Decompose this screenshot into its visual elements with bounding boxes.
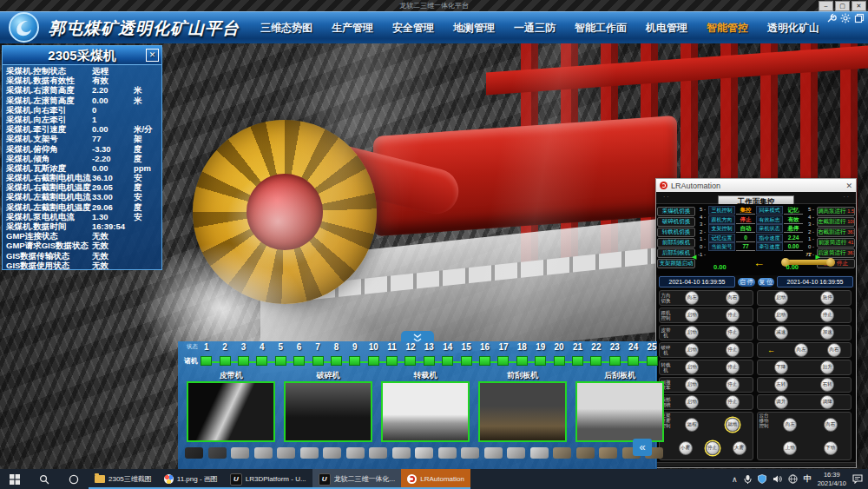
round-button-下动[interactable]: 下动	[824, 441, 838, 455]
lr-left-button[interactable]: 后部刮板机	[657, 248, 695, 258]
support-status-square[interactable]	[331, 356, 342, 366]
strip-thumbnail[interactable]	[231, 447, 249, 459]
reset-button[interactable]: 复 位	[758, 278, 775, 287]
support-status-square[interactable]	[461, 356, 472, 366]
strip-thumbnail[interactable]	[530, 447, 549, 459]
nav-item-一通三防[interactable]: 一通三防	[514, 21, 556, 36]
camera-thumbnail-转载机[interactable]	[381, 381, 470, 442]
more-chevron-icon[interactable]: «	[633, 439, 652, 456]
restore-icon[interactable]	[854, 13, 865, 23]
support-status-square[interactable]	[535, 356, 546, 366]
round-button-调升[interactable]: 调升	[774, 395, 788, 409]
support-status-square[interactable]	[609, 356, 621, 366]
round-button-启动[interactable]: 启动	[685, 343, 699, 357]
round-button-停止[interactable]: 停止	[726, 395, 740, 409]
support-status-square[interactable]	[590, 356, 602, 366]
round-button-停止[interactable]: 停止	[820, 308, 834, 322]
round-button-停止[interactable]: 停止	[726, 360, 740, 374]
round-button-上动[interactable]: 上动	[783, 441, 797, 455]
panel-close-icon[interactable]: ✕	[146, 49, 159, 62]
lr-close-icon[interactable]: ✕	[845, 182, 852, 190]
round-button-停止[interactable]: 停止	[726, 326, 740, 340]
nav-item-智能管控[interactable]: 智能管控	[707, 21, 748, 36]
strip-thumbnail[interactable]	[254, 447, 273, 459]
ime-indicator[interactable]: 中	[804, 473, 812, 485]
wrench-icon[interactable]	[826, 13, 837, 23]
close-button[interactable]: ✕	[852, 1, 866, 11]
support-status-square[interactable]	[628, 356, 639, 366]
round-button-右转[interactable]: 右转	[820, 378, 834, 392]
round-button-停止[interactable]: 停止	[726, 343, 740, 357]
lr-right-button[interactable]: 右截割运行 361	[817, 228, 855, 237]
support-status-square[interactable]	[442, 356, 453, 366]
strip-thumbnail[interactable]	[599, 447, 617, 459]
network-globe-icon[interactable]	[788, 474, 798, 484]
round-button-启动[interactable]: 启动	[685, 395, 699, 409]
strip-thumbnail[interactable]	[346, 447, 365, 459]
taskbar-app[interactable]: ULR3DPlatform - U...	[224, 469, 312, 489]
support-status-square[interactable]	[554, 356, 565, 366]
strip-thumbnail[interactable]	[553, 447, 571, 459]
start-stop-button[interactable]: 启 停	[738, 278, 755, 287]
nav-item-三维态势图[interactable]: 三维态势图	[260, 21, 312, 36]
round-button-向右[interactable]: 向右	[824, 418, 838, 432]
thumbnail-strip[interactable]	[185, 447, 663, 459]
usb-icon[interactable]	[744, 474, 752, 484]
strip-thumbnail[interactable]	[507, 447, 525, 459]
lr-left-button[interactable]: 支架跟随启动	[657, 259, 695, 268]
round-button-小雾[interactable]: 小雾	[679, 441, 693, 455]
round-button-下降[interactable]: 下降	[774, 360, 788, 374]
support-status-square[interactable]	[293, 356, 305, 366]
round-button-向左[interactable]: 向左	[783, 418, 797, 432]
strip-thumbnail[interactable]	[277, 447, 295, 459]
nav-item-地测管理[interactable]: 地测管理	[453, 21, 495, 36]
strip-thumbnail[interactable]	[185, 447, 203, 459]
shield-icon[interactable]	[758, 474, 766, 484]
round-button-向左[interactable]: 向左	[794, 343, 808, 357]
support-status-square[interactable]	[404, 356, 416, 366]
minimize-button[interactable]: –	[819, 1, 833, 11]
taskbar-app[interactable]: LRAutomation	[401, 469, 470, 489]
round-button-停止[interactable]: 停止	[706, 441, 720, 455]
support-status-square[interactable]	[368, 356, 379, 366]
round-button-加速[interactable]: 加速	[820, 326, 834, 340]
lr-left-button[interactable]: 前部刮板机	[657, 238, 695, 248]
support-status-square[interactable]	[424, 356, 435, 366]
round-button-启动[interactable]: 启动	[685, 308, 699, 322]
strip-thumbnail[interactable]	[300, 447, 319, 459]
round-button-停止[interactable]: 停止	[726, 378, 740, 392]
strip-thumbnail[interactable]	[369, 447, 387, 459]
support-status-square[interactable]	[238, 356, 249, 366]
round-button-启动[interactable]: 启动	[685, 326, 699, 340]
strip-thumbnail[interactable]	[208, 447, 227, 459]
round-button-启动[interactable]: 启动	[685, 360, 699, 374]
round-button-启动[interactable]: 启动	[774, 308, 788, 322]
lr-left-button[interactable]: 采煤机切换	[657, 207, 695, 216]
lr-left-button[interactable]: 破碎机切换	[657, 217, 695, 227]
support-status-square[interactable]	[386, 356, 398, 366]
support-status-square[interactable]	[256, 356, 267, 366]
camera-thumbnail-后刮板机[interactable]	[575, 381, 664, 442]
volume-icon[interactable]	[773, 474, 782, 484]
support-status-square[interactable]	[312, 356, 324, 366]
round-button-向右[interactable]: 向右	[726, 291, 740, 305]
search-icon[interactable]	[30, 469, 59, 489]
strip-thumbnail[interactable]	[461, 447, 479, 459]
camera-thumbnail-破碎机[interactable]	[284, 381, 372, 442]
round-button-远程[interactable]: 远程	[685, 418, 699, 432]
support-status-square[interactable]	[220, 356, 231, 366]
tray-expand-icon[interactable]: ∧	[732, 475, 738, 484]
start-button[interactable]	[0, 469, 30, 489]
lr-left-button[interactable]: 转载机切换	[657, 228, 695, 237]
round-button-启动[interactable]: 启动	[685, 378, 699, 392]
nav-item-安全管理[interactable]: 安全管理	[392, 21, 434, 36]
strip-thumbnail[interactable]	[438, 447, 457, 459]
nav-item-机电管理[interactable]: 机电管理	[646, 21, 687, 36]
strip-thumbnail[interactable]	[415, 447, 433, 459]
cortana-icon[interactable]	[59, 469, 89, 489]
lr-right-button[interactable]: 左截割运行 100	[817, 217, 855, 227]
support-status-square[interactable]	[516, 356, 528, 366]
camera-thumbnail-前刮板机[interactable]	[478, 381, 567, 442]
maximize-button[interactable]: ▢	[835, 1, 850, 11]
taskbar-app[interactable]: U龙软二三维一体化...	[312, 469, 402, 489]
